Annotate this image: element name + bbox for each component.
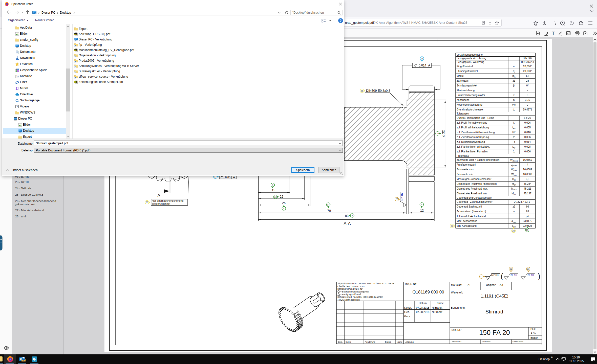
svg-text:Min. Achsabstand: Min. Achsabstand — [457, 224, 477, 227]
svg-text:Aehnlich zu:: Aehnlich zu: — [452, 341, 461, 343]
svg-text:Werkstoff:: Werkstoff: — [451, 291, 463, 294]
svg-text:Original:: Original: — [486, 283, 496, 286]
svg-text:gekennzeichnet: gekennzeichnet — [152, 202, 170, 205]
svg-text:Teile-Nr.:: Teile-Nr.: — [451, 328, 461, 331]
svg-text:Stirnrad: Stirnrad — [485, 309, 503, 314]
svg-text:0: 0 — [527, 103, 528, 106]
svg-text:23 - Rz 10: 23 - Rz 10 — [15, 180, 29, 184]
svg-text:h: h — [513, 99, 515, 101]
svg-text:Index: Index — [346, 341, 351, 343]
svg-text:N.Brandt: N.Brandt — [432, 310, 442, 313]
svg-text:Rz 10: Rz 10 — [527, 274, 534, 277]
svg-text:27: 27 — [451, 225, 453, 227]
svg-text:20,000°: 20,000° — [523, 65, 532, 68]
svg-text:PDF: PDF — [74, 81, 78, 83]
svg-text:N.Brandt: N.Brandt — [432, 306, 442, 309]
svg-text:150 FA 20: 150 FA 20 — [479, 329, 510, 336]
svg-text:20: 20 — [395, 198, 398, 200]
svg-text:k*m: k*m — [512, 103, 516, 106]
svg-text:Bezugsprofil - Verzahnung: Bezugsprofil - Verzahnung — [457, 57, 486, 60]
svg-text:Grundkreisdurchmesser: Grundkreisdurchmesser — [457, 108, 484, 111]
svg-text:Diametrales Pruefmaß max.: Diametrales Pruefmaß max. — [457, 187, 488, 190]
svg-text:x: x — [513, 94, 515, 97]
svg-text:Kopfhoehenaenderung: Kopfhoehenaenderung — [457, 103, 482, 106]
svg-text:zul. Rundlaufabweichung: zul. Rundlaufabweichung — [457, 141, 485, 143]
svg-text:1,5: 1,5 — [526, 75, 529, 77]
svg-text:12: 12 — [420, 209, 424, 212]
svg-text:07.08.2018: 07.08.2018 — [416, 306, 430, 309]
svg-text:2:1: 2:1 — [467, 283, 471, 286]
svg-text:zul. Flankenlinien-Winkelabw.: zul. Flankenlinien-Winkelabw. — [457, 145, 490, 148]
svg-text:Verzahnungsgeometrie: Verzahnungsgeometrie — [457, 53, 483, 56]
svg-text:25: 25 — [361, 90, 363, 92]
svg-text:Schrägungswinkel: Schrägungswinkel — [457, 84, 477, 87]
svg-text:96: 96 — [526, 205, 529, 208]
svg-text:Rz 16: Rz 16 — [510, 274, 517, 277]
svg-text:Modul: Modul — [457, 75, 463, 77]
svg-text:Q181169 000 00: Q181169 000 00 — [412, 290, 444, 294]
svg-text:0°: 0° — [526, 84, 529, 87]
svg-text:25: 25 — [282, 201, 286, 205]
svg-text:Fi": Fi" — [513, 131, 516, 134]
svg-text:Zust.: Zust. — [338, 341, 343, 343]
svg-text:23: 23 — [527, 268, 529, 270]
svg-text:0,008: 0,008 — [524, 145, 531, 148]
svg-text:28: 28 — [526, 79, 529, 82]
svg-text:Oberflächen: DIN ISO 1302: Oberflächen: DIN ISO 1302 — [337, 285, 365, 288]
svg-text:Qualität, Toleranzfeld und - R: Qualität, Toleranzfeld und - Reihe — [457, 117, 494, 119]
svg-text:1.1191 (C45E): 1.1191 (C45E) — [481, 294, 508, 299]
svg-text:Diametrales Pruefmaß (theoreti: Diametrales Pruefmaß (theoretisch) — [457, 183, 497, 185]
svg-text:15: 15 — [272, 189, 275, 192]
svg-text:): ) — [538, 272, 540, 280]
svg-text:0,05: 0,05 — [225, 176, 230, 179]
svg-text:26 - hier oberflaechenschonend: 26 - hier oberflaechenschonend — [15, 199, 56, 202]
svg-text:Ersetzt durch:: Ersetzt durch: — [513, 341, 523, 343]
svg-text:A: A — [157, 193, 160, 198]
svg-text:A: A — [233, 176, 235, 179]
svg-text:3,75: 3,75 — [525, 99, 530, 101]
svg-text:zul. Profil-Winkelabweichung: zul. Profil-Winkelabweichung — [457, 126, 489, 129]
svg-text:Flankenrichtung: Flankenrichtung — [457, 89, 475, 92]
svg-text:Gegenrad-Zaehnezahl: Gegenrad-Zaehnezahl — [457, 205, 482, 208]
svg-text:Pruefzaehnezahl: Pruefzaehnezahl — [457, 163, 476, 166]
svg-text:1 / 1: 1 / 1 — [531, 331, 536, 334]
svg-text:22: 22 — [280, 195, 283, 198]
svg-text:Zähnezahl: Zähnezahl — [457, 79, 468, 82]
svg-text:93,0175: 93,0175 — [523, 220, 532, 222]
svg-text:16,0589: 16,0589 — [523, 168, 532, 171]
svg-text:(: ( — [501, 272, 503, 280]
svg-text:10: 10 — [436, 132, 439, 135]
svg-text:28 - amin: 28 - amin — [15, 215, 27, 218]
svg-text:z1: z1 — [513, 79, 515, 82]
svg-text:Gepr.: Gepr. — [404, 315, 411, 318]
svg-text:TMQS Norm beachten: TMQS Norm beachten — [337, 299, 360, 301]
svg-text:26: 26 — [146, 201, 148, 203]
svg-text:25 - DIN509-E0,8x0,3: 25 - DIN509-E0,8x0,3 — [15, 193, 43, 196]
svg-text:Gegenrad - Zeichnungsnummer: Gegenrad - Zeichnungsnummer — [457, 200, 493, 203]
svg-text:Schutzvermerk nach DIN ISO 160: Schutzvermerk nach DIN ISO 16016 beachte… — [337, 296, 383, 298]
svg-text:Toleranzfeld-Achsabstand: Toleranzfeld-Achsabstand — [457, 215, 486, 218]
svg-text:Fr: Fr — [513, 141, 515, 143]
svg-text:45,137: 45,137 — [524, 192, 531, 195]
svg-text:39,4671: 39,4671 — [523, 108, 532, 111]
svg-text:22: 22 — [510, 268, 512, 270]
svg-text:zul. Zweiflanken-Wälzabweichun: zul. Zweiflanken-Wälzabweichung — [457, 131, 495, 134]
svg-text:DIN 3972-II: DIN 3972-II — [521, 61, 534, 63]
svg-text:70: 70 — [327, 209, 331, 213]
svg-text:PDF: PDF — [74, 33, 78, 35]
svg-text:4: 4 — [283, 207, 284, 210]
svg-text:16,0869: 16,0869 — [523, 158, 532, 161]
svg-text:Allgmeintoleranzen: DIN ISO 27: Allgmeintoleranzen: DIN ISO 2768-1M / DI… — [337, 282, 395, 285]
svg-text:Bezugsprofil - Werkzeug: Bezugsprofil - Werkzeug — [457, 61, 484, 63]
svg-text:Aenderung: Aenderung — [365, 341, 375, 343]
svg-text:fi": fi" — [513, 136, 515, 139]
svg-text:U 152 FA 73-1: U 152 FA 73-1 — [514, 200, 530, 203]
svg-text:0,014: 0,014 — [524, 141, 531, 143]
svg-text:PDF: PDF — [74, 49, 78, 51]
svg-text:3: 3 — [352, 214, 353, 217]
svg-text:Rz 63: Rz 63 — [491, 274, 499, 277]
svg-text:0,006: 0,006 — [524, 150, 531, 153]
svg-text:Profilverschiebungsfaktor: Profilverschiebungsfaktor — [457, 94, 485, 97]
svg-text:15: 15 — [526, 229, 528, 231]
svg-text:φ 32: φ 32 — [441, 130, 445, 137]
